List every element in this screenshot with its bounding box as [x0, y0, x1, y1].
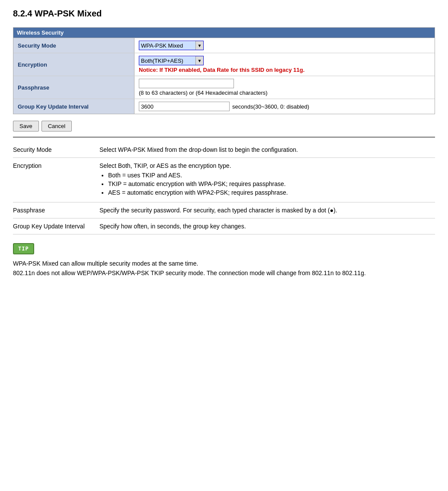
group-key-row: Group Key Update Interval seconds(30~360… — [13, 99, 435, 114]
desc-term-group-key: Group Key Update Interval — [13, 218, 99, 234]
desc-def-security-mode: Select WPA-PSK Mixed from the drop-down … — [99, 142, 435, 158]
desc-row-group-key: Group Key Update Interval Specify how of… — [13, 218, 435, 234]
bullet-tkip: TKIP = automatic encryption with WPA-PSK… — [108, 180, 435, 187]
desc-row-security-mode: Security Mode Select WPA-PSK Mixed from … — [13, 142, 435, 158]
desc-term-security-mode: Security Mode — [13, 142, 99, 158]
section-divider — [13, 137, 435, 138]
encryption-value: Both(TKIP+AES) TKIP AES ▼ Notice: If TKI… — [134, 53, 435, 76]
passphrase-value: (8 to 63 characters) or (64 Hexadecimal … — [134, 76, 435, 99]
security-mode-label: Security Mode — [13, 38, 134, 53]
encryption-label: Encryption — [13, 53, 134, 76]
group-key-hint: seconds(30~3600, 0: disabled) — [232, 103, 309, 110]
security-mode-select-wrapper[interactable]: WPA-PSK Mixed WPA-PSK WPA2-PSK WEP Disab… — [139, 41, 204, 50]
security-mode-select[interactable]: WPA-PSK Mixed WPA-PSK WPA2-PSK WEP Disab… — [139, 42, 195, 50]
group-key-value: seconds(30~3600, 0: disabled) — [134, 99, 435, 114]
desc-term-passphrase: Passphrase — [13, 202, 99, 218]
tip-text: WPA-PSK Mixed can allow multiple securit… — [13, 259, 435, 278]
desc-row-encryption: Encryption Select Both, TKIP, or AES as … — [13, 158, 435, 202]
encryption-select[interactable]: Both(TKIP+AES) TKIP AES — [139, 57, 195, 65]
desc-def-group-key: Specify how often, in seconds, the group… — [99, 218, 435, 234]
desc-def-encryption: Select Both, TKIP, or AES as the encrypt… — [99, 158, 435, 202]
save-button[interactable]: Save — [13, 121, 39, 132]
button-row: Save Cancel — [13, 121, 435, 132]
passphrase-label: Passphrase — [13, 76, 134, 99]
group-key-label: Group Key Update Interval — [13, 99, 134, 114]
desc-def-passphrase: Specify the security password. For secur… — [99, 202, 435, 218]
page-title: 8.2.4 WPA-PSK Mixed — [13, 9, 435, 19]
group-key-input[interactable] — [139, 102, 230, 111]
desc-row-passphrase: Passphrase Specify the security password… — [13, 202, 435, 218]
security-mode-arrow-icon[interactable]: ▼ — [195, 41, 203, 50]
passphrase-hint: (8 to 63 characters) or (64 Hexadecimal … — [139, 90, 430, 96]
encryption-notice: Notice: If TKIP enabled, Data Rate for t… — [139, 67, 430, 73]
tip-badge: TIP — [13, 243, 34, 254]
tip-section: TIP WPA-PSK Mixed can allow multiple sec… — [13, 243, 435, 278]
passphrase-input[interactable] — [139, 79, 234, 88]
passphrase-row: Passphrase (8 to 63 characters) or (64 H… — [13, 76, 435, 99]
bullet-both: Both = uses TKIP and AES. — [108, 172, 435, 179]
encryption-select-wrapper[interactable]: Both(TKIP+AES) TKIP AES ▼ — [139, 56, 204, 65]
description-table: Security Mode Select WPA-PSK Mixed from … — [13, 142, 435, 234]
wireless-security-panel: Wireless Security Security Mode WPA-PSK … — [13, 27, 435, 114]
panel-title: Wireless Security — [13, 28, 435, 38]
bullet-aes: AES = automatic encryption with WPA2-PSK… — [108, 189, 435, 196]
encryption-arrow-icon[interactable]: ▼ — [195, 56, 203, 65]
desc-term-encryption: Encryption — [13, 158, 99, 202]
security-mode-value: WPA-PSK Mixed WPA-PSK WPA2-PSK WEP Disab… — [134, 38, 435, 53]
encryption-row: Encryption Both(TKIP+AES) TKIP AES ▼ Not… — [13, 53, 435, 76]
encryption-bullets: Both = uses TKIP and AES. TKIP = automat… — [108, 172, 435, 196]
security-mode-row: Security Mode WPA-PSK Mixed WPA-PSK WPA2… — [13, 38, 435, 53]
cancel-button[interactable]: Cancel — [42, 121, 72, 132]
